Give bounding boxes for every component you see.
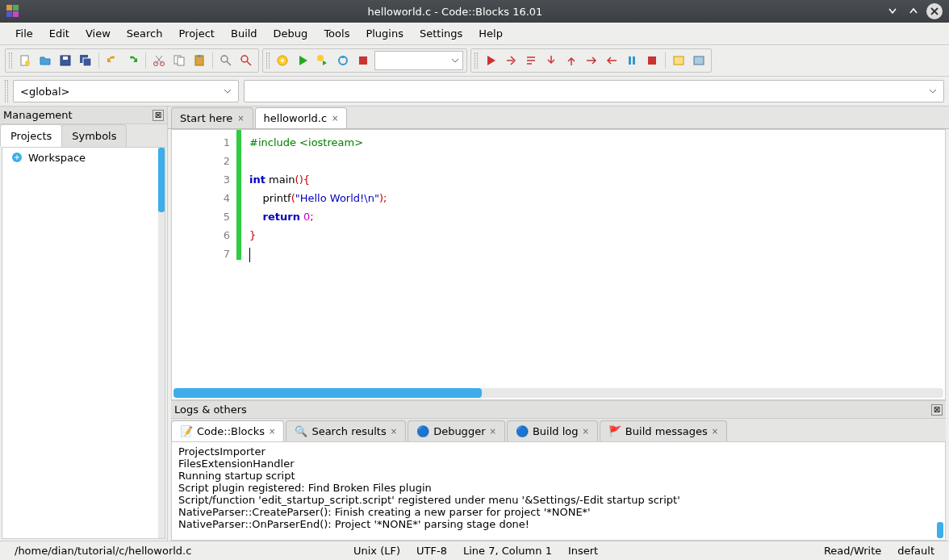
step-into-button[interactable] bbox=[542, 52, 560, 69]
run-to-cursor-button[interactable] bbox=[502, 52, 520, 69]
management-tab-projects[interactable]: Projects bbox=[0, 124, 62, 147]
log-line: NativeParser::OnParserEnd(): Project '*N… bbox=[178, 518, 939, 530]
menu-debug[interactable]: Debug bbox=[266, 24, 316, 43]
editor-hscroll[interactable] bbox=[173, 388, 943, 398]
close-icon[interactable]: × bbox=[269, 427, 275, 436]
abort-button[interactable] bbox=[354, 52, 372, 69]
management-tree[interactable]: Workspace bbox=[2, 147, 165, 539]
svg-rect-15 bbox=[198, 55, 201, 57]
log-line: ProjectsImporter bbox=[178, 445, 939, 458]
menu-build[interactable]: Build bbox=[224, 24, 265, 43]
copy-button[interactable] bbox=[170, 52, 188, 69]
menu-search[interactable]: Search bbox=[119, 24, 170, 43]
log-tab-debugger[interactable]: 🔵Debugger× bbox=[408, 420, 505, 441]
main-area: Management ⊠ Projects Symbols Workspace … bbox=[0, 107, 949, 541]
svg-rect-22 bbox=[359, 56, 367, 65]
step-out-button[interactable] bbox=[562, 52, 580, 69]
svg-point-20 bbox=[317, 55, 324, 61]
save-all-button[interactable] bbox=[77, 52, 94, 69]
logs-close-button[interactable]: ⊠ bbox=[931, 404, 943, 416]
log-content[interactable]: ProjectsImporterFilesExtensionHandlerRun… bbox=[171, 441, 946, 541]
paste-button[interactable] bbox=[190, 52, 208, 69]
stop-debug-button[interactable] bbox=[643, 52, 661, 69]
menu-tools[interactable]: Tools bbox=[316, 24, 357, 43]
build-log-icon: 🔵 bbox=[516, 425, 529, 437]
close-icon[interactable]: × bbox=[489, 427, 495, 436]
scope-row: <global> bbox=[0, 77, 949, 107]
log-line: FilesExtensionHandler bbox=[178, 458, 939, 470]
svg-rect-13 bbox=[178, 57, 184, 65]
menu-plugins[interactable]: Plugins bbox=[358, 24, 411, 43]
log-tab-codeblocks[interactable]: 📝Code::Blocks× bbox=[171, 420, 284, 441]
scope-dropdown-left[interactable]: <global> bbox=[13, 80, 239, 102]
open-file-button[interactable] bbox=[36, 52, 54, 69]
menu-file[interactable]: File bbox=[8, 24, 40, 43]
code-editor[interactable]: 1234567 #include <iostream>int main(){ p… bbox=[171, 129, 946, 400]
window-title: helloworld.c - Code::Blocks 16.01 bbox=[26, 6, 884, 18]
save-button[interactable] bbox=[56, 52, 74, 69]
close-icon[interactable]: × bbox=[582, 427, 588, 436]
svg-point-17 bbox=[241, 56, 248, 62]
menu-view[interactable]: View bbox=[78, 24, 118, 43]
editor-tabs: Start here× helloworld.c× bbox=[168, 107, 949, 129]
various-info-button[interactable] bbox=[690, 52, 708, 69]
run-button[interactable] bbox=[294, 52, 311, 69]
log-tab-build-messages[interactable]: 🚩Build messages× bbox=[600, 420, 727, 441]
new-file-button[interactable] bbox=[16, 52, 34, 69]
build-button[interactable] bbox=[274, 52, 291, 69]
svg-rect-26 bbox=[674, 56, 684, 65]
redo-button[interactable] bbox=[123, 52, 141, 69]
menu-project[interactable]: Project bbox=[171, 24, 221, 43]
menu-settings[interactable]: Settings bbox=[412, 24, 470, 43]
management-tabs: Projects Symbols bbox=[0, 124, 167, 147]
status-position: Line 7, Column 1 bbox=[455, 545, 560, 557]
scope-dropdown-right[interactable] bbox=[244, 80, 944, 102]
minimize-button[interactable] bbox=[884, 3, 901, 19]
rebuild-button[interactable] bbox=[334, 52, 352, 69]
code-content[interactable]: #include <iostream>int main(){ printf("H… bbox=[241, 130, 945, 387]
management-close-button[interactable]: ⊠ bbox=[153, 110, 164, 121]
maximize-button[interactable] bbox=[905, 3, 922, 19]
find-replace-button[interactable] bbox=[237, 52, 255, 69]
status-filepath: /home/dian/tutorial/c/helloworld.c bbox=[6, 545, 345, 557]
next-line-button[interactable] bbox=[522, 52, 540, 69]
debug-windows-button[interactable] bbox=[670, 52, 688, 69]
svg-rect-0 bbox=[6, 5, 12, 10]
svg-point-19 bbox=[281, 59, 284, 62]
close-icon[interactable]: × bbox=[237, 114, 244, 123]
toolbar-handle[interactable] bbox=[474, 52, 478, 69]
editor-tab-helloworld[interactable]: helloworld.c× bbox=[255, 107, 348, 128]
toolbar-handle[interactable] bbox=[9, 52, 12, 69]
window-titlebar: helloworld.c - Code::Blocks 16.01 bbox=[0, 0, 949, 23]
step-into-instruction-button[interactable] bbox=[603, 52, 621, 69]
next-instruction-button[interactable] bbox=[583, 52, 600, 69]
cut-button[interactable] bbox=[150, 52, 168, 69]
close-icon[interactable]: × bbox=[332, 114, 338, 123]
find-button[interactable] bbox=[217, 52, 235, 69]
tree-root-workspace[interactable]: Workspace bbox=[2, 148, 165, 167]
statusbar: /home/dian/tutorial/c/helloworld.c Unix … bbox=[0, 541, 949, 560]
menu-help[interactable]: Help bbox=[471, 24, 510, 43]
toolbar-handle[interactable] bbox=[5, 80, 8, 102]
log-line: Script plugin registered: Find Broken Fi… bbox=[178, 482, 939, 494]
build-target-dropdown[interactable] bbox=[374, 51, 463, 70]
svg-rect-9 bbox=[83, 58, 91, 66]
menu-edit[interactable]: Edit bbox=[42, 24, 77, 43]
svg-point-16 bbox=[221, 56, 228, 62]
build-run-button[interactable] bbox=[314, 52, 332, 69]
management-scrollbar[interactable] bbox=[158, 148, 165, 538]
close-icon[interactable]: × bbox=[391, 427, 397, 436]
close-icon[interactable]: × bbox=[712, 427, 718, 436]
close-button[interactable] bbox=[926, 3, 943, 19]
toolbar-handle[interactable] bbox=[266, 52, 270, 69]
break-button[interactable] bbox=[623, 52, 641, 69]
log-scrollbar[interactable] bbox=[937, 522, 943, 538]
undo-button[interactable] bbox=[103, 52, 121, 69]
editor-tab-start-here[interactable]: Start here× bbox=[171, 107, 253, 128]
log-tab-build-log[interactable]: 🔵Build log× bbox=[507, 420, 598, 441]
log-line: Running startup script bbox=[178, 470, 939, 482]
log-tab-search-results[interactable]: 🔍Search results× bbox=[286, 420, 406, 441]
debug-start-button[interactable] bbox=[482, 52, 500, 69]
management-tab-symbols[interactable]: Symbols bbox=[61, 124, 127, 147]
logs-title: Logs & others ⊠ bbox=[171, 401, 946, 419]
